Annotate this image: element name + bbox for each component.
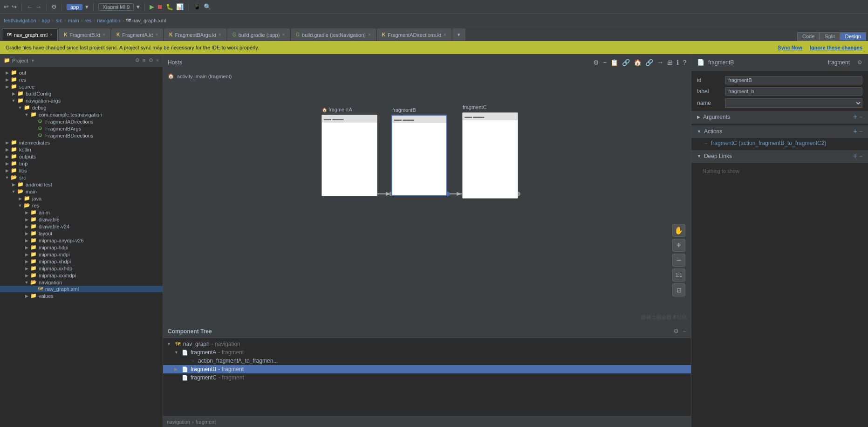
zoom-fit-button[interactable]: ⊡ <box>672 283 685 296</box>
section-deep-links[interactable]: ▼ Deep Links + − <box>691 150 868 163</box>
tab-fragmentBArgs[interactable]: K FragmentBArgs.kt × <box>164 28 226 41</box>
ignore-link[interactable]: Ignore these changes <box>810 45 862 50</box>
sidebar-item-buildConfig[interactable]: ▶ 📁 buildConfig <box>0 90 163 97</box>
canvas-main[interactable]: 🏠fragmentA ▬▬ ▬▬▬ fragmentB ▬▬ ▬▬▬ fragm… <box>163 82 691 324</box>
sidebar-item-main[interactable]: ▼ 📂 main <box>0 188 163 195</box>
sidebar-item-source[interactable]: ▶ 📁 source <box>0 83 163 90</box>
sidebar-item-mipmap-anydpi[interactable]: ▶ 📁 mipmap-anydpi-v26 <box>0 237 163 244</box>
canvas-add-dest-icon[interactable]: 📋 <box>610 59 618 66</box>
attr-input-id[interactable] <box>725 76 862 84</box>
toolbar-icon-gear[interactable]: ⚙ <box>51 3 57 10</box>
panel-item-fragmentB[interactable]: ▶ 📄 fragmentB - fragment <box>163 365 691 373</box>
deep-links-minus-button[interactable]: − <box>859 153 862 159</box>
sidebar-item-nav-args[interactable]: ▼ 📁 navigation-args <box>0 97 163 104</box>
actions-minus-button[interactable]: − <box>859 128 862 135</box>
tab-more[interactable]: ▾ <box>452 28 465 41</box>
tab-close-fragmentADirections[interactable]: × <box>444 32 446 37</box>
sidebar-item-intermediates[interactable]: ▶ 📁 intermediates <box>0 139 163 146</box>
canvas-chain-icon[interactable]: 🔗 <box>645 59 653 66</box>
profile-button[interactable]: 📊 <box>176 3 184 10</box>
attrs-settings-icon[interactable]: ⚙ <box>857 59 862 66</box>
view-design-btn[interactable]: Design <box>840 32 866 41</box>
fragment-node-C[interactable]: fragmentC ▬▬ ▬▬▬ <box>462 112 518 199</box>
view-code-btn[interactable]: Code <box>797 32 820 41</box>
args-add-button[interactable]: + <box>853 113 857 121</box>
sidebar-item-res-main[interactable]: ▼ 📂 res <box>0 202 163 209</box>
view-split-btn[interactable]: Split <box>820 32 840 41</box>
device-chevron[interactable]: ▾ <box>137 3 140 10</box>
actions-add-button[interactable]: + <box>853 127 857 136</box>
sidebar-dropdown[interactable]: ▾ <box>32 58 34 63</box>
sidebar-item-mipmap-hdpi[interactable]: ▶ 📁 mipmap-hdpi <box>0 244 163 251</box>
section-arguments[interactable]: ▶ Arguments + − <box>691 111 868 124</box>
breadcrumb-main[interactable]: main <box>68 18 79 23</box>
canvas-info-icon[interactable]: ℹ <box>677 59 679 66</box>
zoom-reset-button[interactable]: 1:1 <box>672 269 685 282</box>
breadcrumb-src[interactable]: src <box>55 18 62 23</box>
canvas-settings-icon[interactable]: ⚙ <box>593 59 599 66</box>
breadcrumb-testNavigation[interactable]: testNavigation <box>4 18 36 23</box>
tab-close-fragmentA[interactable]: × <box>155 32 158 37</box>
tab-fragmentA[interactable]: K FragmentA.kt × <box>111 28 163 41</box>
tab-fragmentADirections[interactable]: K FragmentADirections.kt × <box>377 28 451 41</box>
sidebar-item-mipmap-xxxhdpi[interactable]: ▶ 📁 mipmap-xxxhdpi <box>0 272 163 279</box>
canvas-help-icon[interactable]: ? <box>683 59 686 66</box>
tab-close-fragmentB[interactable]: × <box>103 32 105 37</box>
canvas-home-icon[interactable]: 🏠 <box>634 59 642 66</box>
sidebar-item-outputs[interactable]: ▶ 📁 outputs <box>0 153 163 160</box>
search-icon[interactable]: 🔍 <box>204 3 211 10</box>
sidebar-icon-gear2[interactable]: ≡ <box>143 57 145 63</box>
sidebar-item-fragmentBArgs[interactable]: ⚙ FragmentBArgs <box>0 125 163 132</box>
breadcrumb-navigation[interactable]: navigation <box>97 18 120 23</box>
sidebar-item-debug[interactable]: ▼ 📁 debug <box>0 104 163 111</box>
device-badge[interactable]: Xiaomi MI 9 <box>98 3 134 11</box>
sidebar-item-libs[interactable]: ▶ 📁 libs <box>0 167 163 174</box>
panel-item-fragmentC[interactable]: 📄 fragmentC - fragment <box>163 373 691 382</box>
app-badge[interactable]: app <box>67 4 82 10</box>
sidebar-item-navigation[interactable]: ▼ 📂 navigation <box>0 279 163 286</box>
sidebar-item-package[interactable]: ▼ 📁 com.example.testnavigation <box>0 111 163 118</box>
sidebar-item-anim[interactable]: ▶ 📁 anim <box>0 209 163 216</box>
fragment-node-A[interactable]: 🏠fragmentA ▬▬ ▬▬▬ <box>321 115 377 196</box>
breadcrumb-file[interactable]: 🗺 nav_graph.xml <box>126 18 166 23</box>
sidebar-item-src[interactable]: ▼ 📂 src <box>0 174 163 181</box>
panel-item-action-fragA[interactable]: → action_fragmentA_to_fragmen... <box>163 357 691 365</box>
sidebar-item-kotlin[interactable]: ▶ 📁 kotlin <box>0 146 163 153</box>
sidebar-item-androidTest[interactable]: ▶ 📁 androidTest <box>0 181 163 188</box>
attr-select-name[interactable] <box>725 98 862 108</box>
panel-minimize-icon[interactable]: − <box>683 328 686 335</box>
breadcrumb-res[interactable]: res <box>84 18 91 23</box>
toolbar-icon-4[interactable]: → <box>35 3 41 10</box>
canvas-link-icon[interactable]: 🔗 <box>622 59 630 66</box>
sidebar-item-out[interactable]: ▶ 📁 out <box>0 69 163 76</box>
sidebar-item-fragmentADirections[interactable]: ⚙ FragmentADirections <box>0 118 163 125</box>
tab-close-build-nav[interactable]: × <box>368 32 371 37</box>
tab-close-fragmentBArgs[interactable]: × <box>219 32 221 37</box>
canvas-arrow-icon[interactable]: → <box>657 59 663 66</box>
sidebar-item-nav-graph[interactable]: 🗺 nav_graph.xml <box>0 286 163 292</box>
sidebar-icon-cog[interactable]: ⚙ <box>135 57 140 63</box>
sidebar-icon-settings[interactable]: ⚙ <box>149 57 153 63</box>
sidebar-item-drawable[interactable]: ▶ 📁 drawable <box>0 216 163 223</box>
pan-button[interactable]: ✋ <box>672 224 685 237</box>
action-item-fragmentC[interactable]: → fragmentC (action_fragmentB_to_fragmen… <box>691 138 868 148</box>
zoom-plus-button[interactable]: + <box>672 239 685 252</box>
toolbar-icon-chevron[interactable]: ▾ <box>85 3 89 10</box>
sidebar-item-drawable-v24[interactable]: ▶ 📁 drawable-v24 <box>0 223 163 230</box>
canvas-expand-icon[interactable]: ⊞ <box>667 59 673 66</box>
sidebar-item-layout[interactable]: ▶ 📁 layout <box>0 230 163 237</box>
tab-build-nav[interactable]: G build.gradle (testNavigation) × <box>291 28 376 41</box>
fragment-node-B[interactable]: fragmentB ▬▬ ▬▬▬ <box>391 115 447 196</box>
debug-button[interactable]: 🐛 <box>166 3 173 10</box>
args-minus-button[interactable]: − <box>859 114 862 120</box>
sidebar-item-java[interactable]: ▶ 📁 java <box>0 195 163 202</box>
run-button[interactable]: ▶ <box>150 3 154 10</box>
sidebar-item-mipmap-mdpi[interactable]: ▶ 📁 mipmap-mdpi <box>0 251 163 258</box>
stop-button[interactable]: ⏹ <box>157 3 163 10</box>
sidebar-item-mipmap-xhdpi[interactable]: ▶ 📁 mipmap-xhdpi <box>0 258 163 265</box>
panel-item-nav-graph[interactable]: ▼ 🗺 nav_graph - navigation <box>163 340 691 348</box>
sidebar-item-res-top[interactable]: ▶ 📁 res <box>0 76 163 83</box>
sidebar-item-values[interactable]: ▶ 📁 values <box>0 292 163 299</box>
sidebar-item-tmp[interactable]: ▶ 📁 tmp <box>0 160 163 167</box>
sidebar-item-fragmentBDirections[interactable]: ⚙ FragmentBDirections <box>0 132 163 139</box>
